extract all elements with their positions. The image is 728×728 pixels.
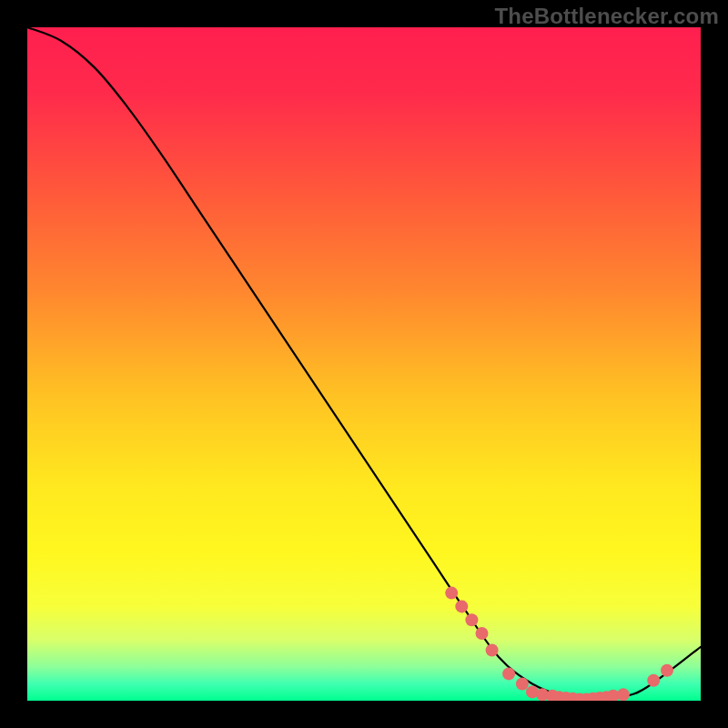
scatter-dot: [661, 664, 673, 677]
scatter-dot: [445, 587, 458, 600]
chart-svg: [27, 27, 701, 701]
scatter-dot: [465, 613, 478, 626]
scatter-dot: [647, 674, 660, 687]
gradient-background: [27, 27, 701, 701]
chart-stage: TheBottlenecker.com: [0, 0, 728, 728]
scatter-dot: [516, 678, 529, 691]
scatter-dot: [502, 667, 515, 680]
scatter-dot: [476, 627, 489, 640]
scatter-dot: [617, 688, 630, 701]
scatter-dot: [486, 644, 499, 657]
watermark-text: TheBottlenecker.com: [494, 4, 719, 29]
chart-frame: [27, 27, 701, 701]
scatter-dot: [455, 600, 468, 612]
